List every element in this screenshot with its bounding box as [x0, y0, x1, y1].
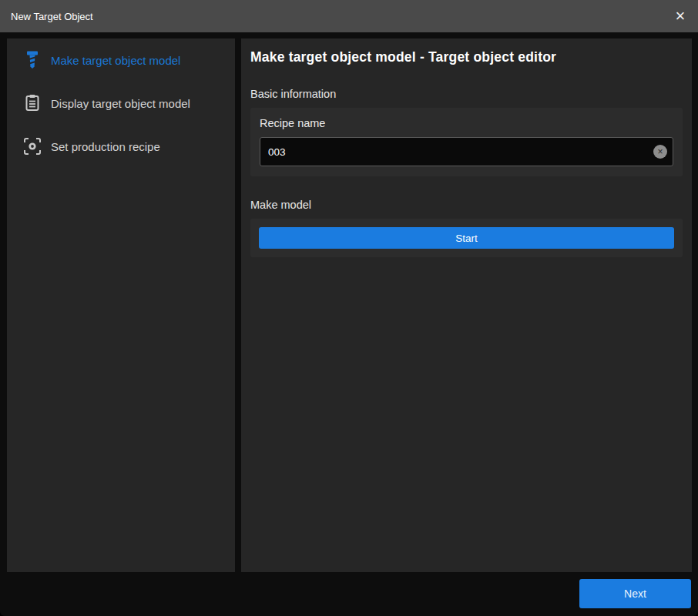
recipe-name-field: ×: [260, 137, 673, 166]
clear-input-button[interactable]: ×: [653, 145, 667, 159]
recipe-name-input[interactable]: [260, 137, 673, 166]
window-title: New Target Object: [0, 11, 93, 22]
basic-information-card: Recipe name ×: [250, 108, 683, 176]
recipe-name-label: Recipe name: [260, 117, 673, 129]
sidebar-item-label: Make target object model: [51, 54, 180, 67]
sidebar-item-make-target-object-model[interactable]: Make target object model: [7, 38, 235, 82]
main-panel: Make target object model - Target object…: [241, 38, 692, 572]
sidebar-item-display-target-object-model[interactable]: Display target object model: [7, 82, 235, 125]
close-icon: ×: [676, 8, 686, 25]
sidebar-item-label: Set production recipe: [51, 140, 160, 153]
section-label-basic-information: Basic information: [250, 88, 683, 100]
make-model-card: Start: [250, 219, 683, 257]
screw-icon: [24, 51, 41, 69]
next-button[interactable]: Next: [579, 579, 691, 608]
close-button[interactable]: ×: [663, 0, 698, 32]
new-target-object-dialog: New Target Object × Make target object m…: [0, 0, 698, 616]
viewfinder-eye-icon: [24, 137, 41, 156]
clear-icon: ×: [657, 147, 663, 156]
section-label-make-model: Make model: [250, 199, 683, 211]
titlebar: New Target Object ×: [0, 0, 698, 32]
sidebar-item-set-production-recipe[interactable]: Set production recipe: [7, 125, 235, 168]
sidebar-item-label: Display target object model: [51, 97, 190, 110]
page-title: Make target object model - Target object…: [250, 49, 683, 65]
clipboard-icon: [24, 94, 41, 112]
start-button[interactable]: Start: [259, 227, 674, 249]
sidebar: Make target object model Display target …: [7, 38, 235, 572]
